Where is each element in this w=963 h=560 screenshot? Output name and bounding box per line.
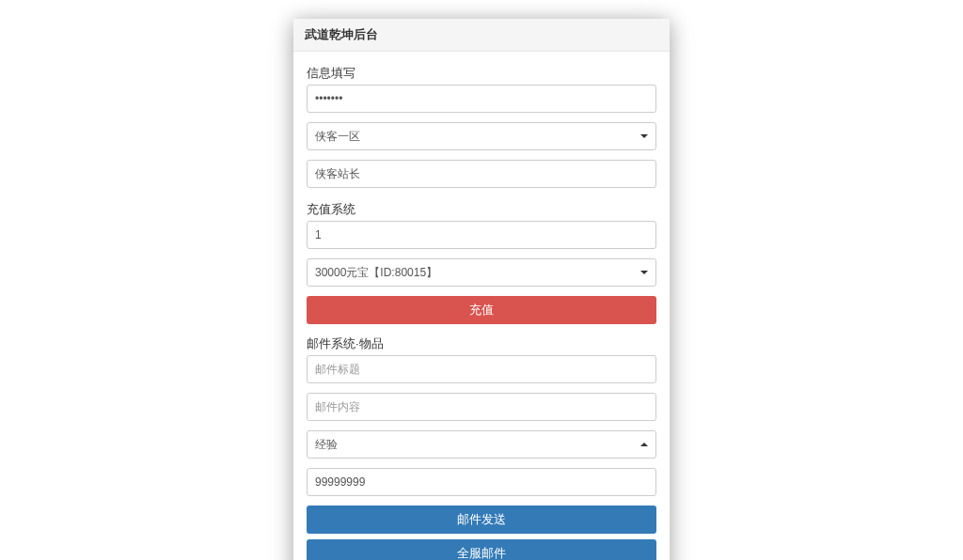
recharge-button[interactable]: 充值 (307, 296, 656, 324)
password-input[interactable] (307, 85, 656, 113)
section-label-info: 信息填写 (307, 65, 656, 82)
panel-title: 武道乾坤后台 (293, 19, 670, 52)
panel-body: 信息填写 侠客一区 充值系统 30000元宝【ID:80015】 充值 邮件系统… (293, 52, 670, 560)
admin-panel: 武道乾坤后台 信息填写 侠客一区 充值系统 30000元宝【ID:80015】 … (293, 19, 670, 560)
mail-attach-select[interactable]: 经验 (307, 430, 656, 459)
recharge-amount-input[interactable] (307, 221, 656, 249)
caret-up-icon (640, 443, 648, 446)
section-label-recharge: 充值系统 (307, 201, 656, 218)
mail-qty-input[interactable] (307, 468, 656, 496)
mail-all-button[interactable]: 全服邮件 (307, 539, 656, 560)
recharge-item-select[interactable]: 30000元宝【ID:80015】 (307, 258, 656, 287)
mail-content-input[interactable] (307, 393, 656, 421)
zone-select[interactable]: 侠客一区 (307, 122, 656, 150)
character-input[interactable] (307, 160, 656, 188)
caret-down-icon (640, 271, 648, 274)
caret-down-icon (640, 134, 648, 138)
zone-select-value: 侠客一区 (315, 129, 360, 145)
mail-send-button[interactable]: 邮件发送 (307, 506, 656, 534)
mail-attach-value: 经验 (315, 437, 338, 453)
section-label-mail: 邮件系统·物品 (307, 335, 656, 352)
recharge-item-value: 30000元宝【ID:80015】 (315, 265, 437, 281)
mail-title-input[interactable] (307, 355, 656, 383)
